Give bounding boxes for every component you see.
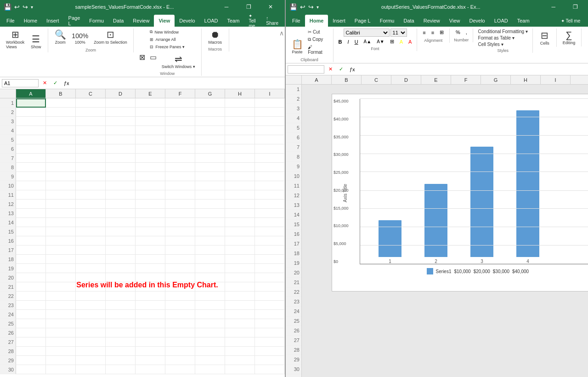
list-item[interactable] [165,135,195,144]
list-item[interactable] [255,347,285,356]
font-color-btn[interactable]: A [406,38,414,46]
list-item[interactable] [136,356,165,365]
list-item[interactable] [302,305,332,314]
right-undo-icon[interactable]: ↩ [300,3,305,11]
right-row-num-14[interactable]: 14 [286,210,302,220]
list-item[interactable] [16,255,46,264]
tab-tellme-left[interactable]: ✦ Tell me [244,15,261,27]
zoom-to-selection-btn[interactable]: ⊡ Zoom to Selection [91,29,130,46]
list-item[interactable] [76,218,106,227]
list-item[interactable] [481,305,511,314]
col-header-D[interactable]: D [106,89,136,98]
list-item[interactable] [302,287,332,296]
right-name-box[interactable] [288,65,324,74]
list-item[interactable] [225,218,255,227]
align-center-btn[interactable]: ≡ [429,29,436,36]
list-item[interactable] [451,333,481,342]
list-item[interactable] [76,365,106,374]
bold-btn[interactable]: B [336,38,345,46]
font-size-selector[interactable]: 11 [390,29,407,37]
list-item[interactable] [195,356,225,365]
right-row-num-12[interactable]: 12 [286,191,302,200]
list-item[interactable] [46,135,76,144]
restore-button[interactable]: ❐ [238,0,259,14]
tab-data-left[interactable]: Data [108,15,128,27]
list-item[interactable] [16,163,46,172]
list-item[interactable] [225,337,255,347]
right-row-num-19[interactable]: 19 [286,258,302,268]
zoom-btn[interactable]: 🔍 Zoom [52,29,68,46]
list-item[interactable] [225,301,255,310]
right-tab-view[interactable]: View [445,15,465,27]
list-item[interactable] [511,85,541,94]
list-item[interactable] [136,310,165,319]
tab-formulas-left[interactable]: Formu [85,15,108,27]
list-item[interactable] [421,305,451,314]
list-item[interactable] [76,117,106,126]
list-item[interactable] [46,144,76,154]
list-item[interactable] [16,291,46,301]
list-item[interactable] [76,347,106,356]
list-item[interactable] [225,310,255,319]
list-item[interactable] [76,273,106,282]
list-item[interactable] [46,264,76,273]
list-item[interactable] [511,342,541,351]
split-btn[interactable]: ⊠ [137,52,147,70]
list-item[interactable] [302,158,332,167]
list-item[interactable] [391,333,421,342]
list-item[interactable] [195,264,225,273]
list-item[interactable] [76,337,106,347]
list-item[interactable] [106,117,136,126]
list-item[interactable] [76,108,106,117]
list-item[interactable] [136,328,165,337]
right-col-H[interactable]: H [511,75,541,84]
left-row-num-6[interactable]: 6 [0,144,16,154]
list-item[interactable] [136,172,165,181]
cell-I1[interactable] [255,98,285,108]
list-item[interactable] [46,347,76,356]
list-item[interactable] [302,112,332,121]
right-tab-load[interactable]: LOAD [490,15,513,27]
list-item[interactable] [106,264,136,273]
list-item[interactable] [195,236,225,246]
save-icon[interactable]: 💾 [4,3,11,11]
list-item[interactable] [362,351,391,360]
list-item[interactable] [451,305,481,314]
left-name-box[interactable] [2,79,39,87]
list-item[interactable] [421,296,451,305]
list-item[interactable] [76,236,106,246]
list-item[interactable] [76,246,106,255]
left-row-num-19[interactable]: 19 [0,264,16,273]
list-item[interactable] [136,218,165,227]
list-item[interactable] [195,227,225,236]
right-row-num-2[interactable]: 2 [286,94,302,104]
right-col-I[interactable]: I [541,75,571,84]
list-item[interactable] [136,282,165,291]
list-item[interactable] [16,135,46,144]
list-item[interactable] [136,135,165,144]
list-item[interactable] [76,310,106,319]
list-item[interactable] [451,314,481,324]
list-item[interactable] [165,181,195,190]
right-row-num-11[interactable]: 11 [286,181,302,191]
list-item[interactable] [16,337,46,347]
tab-developer-left[interactable]: Develo [175,15,199,27]
freeze-panes-btn[interactable]: ⊟ Freeze Panes ▾ [148,44,187,50]
right-row-num-23[interactable]: 23 [286,297,302,307]
list-item[interactable] [362,296,391,305]
right-row-num-3[interactable]: 3 [286,104,302,114]
left-row-num-27[interactable]: 27 [0,337,16,347]
list-item[interactable] [225,144,255,154]
copy-btn[interactable]: ⧉ Copy [306,36,329,43]
list-item[interactable] [165,117,195,126]
list-item[interactable] [481,351,511,360]
list-item[interactable] [255,209,285,218]
undo-icon[interactable]: ↩ [14,3,20,11]
list-item[interactable] [136,209,165,218]
right-save-icon[interactable]: 💾 [289,3,297,11]
list-item[interactable] [46,154,76,163]
list-item[interactable] [302,213,332,223]
list-item[interactable] [195,163,225,172]
list-item[interactable] [76,144,106,154]
list-item[interactable] [195,135,225,144]
